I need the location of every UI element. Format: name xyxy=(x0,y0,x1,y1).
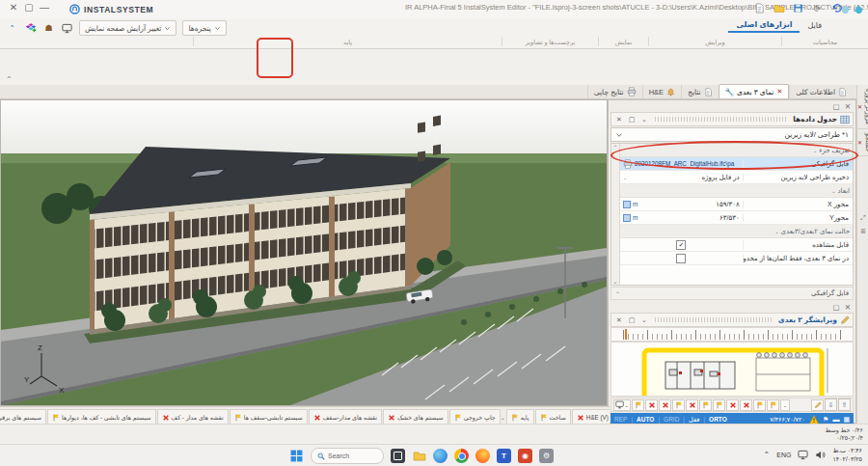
collapse-panel-icon[interactable]: ⌃ xyxy=(6,22,18,35)
toggle-x-5[interactable] xyxy=(740,399,752,411)
taskbar-clock[interactable]: ۰۴:۴۶ ب.ظ ۱۴۰۲/۰۳/۲۵ xyxy=(832,447,862,463)
status-rep[interactable]: REP xyxy=(614,416,627,423)
toggle-x-1[interactable] xyxy=(645,399,658,411)
vertical-tab-search[interactable]: جستجو ✕ xyxy=(857,129,868,156)
tab-dry-systems[interactable]: سیستم های خشک xyxy=(383,409,448,425)
view-mode-icon[interactable]: ⌄ xyxy=(613,399,631,411)
data-tables-titlebar[interactable]: جدول داده‌ها ⌄ ▢ ✕ xyxy=(610,112,854,126)
section-dimensions[interactable]: ابعاد⌄ xyxy=(620,184,853,198)
limit-3d-checkbox[interactable] xyxy=(676,254,686,263)
scroll-down-icon[interactable]: ⇩ xyxy=(825,398,837,411)
draw-mode-icon[interactable] xyxy=(811,399,824,411)
graphic-file-footer[interactable]: فایل گرافیکی ⌃ xyxy=(610,287,854,300)
flag-status-icon[interactable]: ⚑ xyxy=(823,416,828,424)
dock-close-icon[interactable]: ✕ xyxy=(842,102,854,111)
panel2-close-icon[interactable]: ✕ xyxy=(614,316,624,324)
tab-hne-v[interactable]: H&E (V) xyxy=(572,409,610,425)
chrome-icon[interactable] xyxy=(454,449,469,463)
close-search-tab-icon[interactable]: ✕ xyxy=(857,139,862,146)
toggle-x-2[interactable] xyxy=(659,399,671,411)
tab-circuit-plans-ceiling[interactable]: نقشه های مدار-سقف xyxy=(309,409,382,425)
expand-tool-icon[interactable]: ⤢ xyxy=(860,214,866,222)
tab-print-output[interactable]: چاپ خروجی xyxy=(449,409,501,425)
change-layout-button[interactable]: تغییر آرایش صفحه نمایش xyxy=(79,20,176,36)
layer-selector[interactable]: ۱* طراحی /لایه زیرین xyxy=(610,127,854,142)
row-axis-y[interactable]: محورY m۶۳/۵۳۰ xyxy=(620,211,853,225)
row-axis-x[interactable]: محور X m۱۵۹/۳۰۸ xyxy=(620,198,853,211)
save-layout-icon[interactable] xyxy=(61,22,73,35)
3d-model-icon[interactable] xyxy=(24,22,37,35)
scroll-up-icon[interactable]: ⇧ xyxy=(838,398,851,411)
panel-maximize-icon[interactable]: ▢ xyxy=(627,116,637,123)
tab-hne[interactable]: H&E xyxy=(642,85,681,98)
tab-construction[interactable]: ساخت xyxy=(535,409,571,425)
panel-close-icon[interactable]: ✕ xyxy=(614,116,624,123)
row-visible[interactable]: قابل مشاهده ✓ xyxy=(620,238,853,252)
panel2-pin-icon[interactable]: ⌄ xyxy=(639,316,649,324)
row-graphic-file[interactable]: فایل گرافیکی 20201208FM_ARC_DigitalHub.i… xyxy=(620,157,853,171)
tab-general-info[interactable]: اطلاعات کلی xyxy=(789,85,853,98)
section-view-mode[interactable]: حالت نمای ۲بعدی/۳بعدی⌄ xyxy=(620,225,853,238)
toggle-x-3[interactable] xyxy=(686,399,698,411)
toggles-caret-icon[interactable]: ⌄ xyxy=(780,399,790,411)
ribbon-collapse-icon[interactable]: ⌃ xyxy=(6,75,13,84)
tab-print-results[interactable]: نتایج چاپی xyxy=(587,85,642,98)
section-definition[interactable]: تعریف جزء⌄ xyxy=(620,144,853,157)
task-view-icon[interactable] xyxy=(391,449,405,463)
sync-icon[interactable]: ⟳ xyxy=(811,2,824,14)
warning-icon[interactable] xyxy=(809,415,819,425)
viewport-3d[interactable]: Z Y X xyxy=(0,99,608,406)
tray-chevron-icon[interactable]: ⌃ xyxy=(764,451,771,459)
row-limit-3d[interactable]: در نمای ۳ بعدی، فقط المان‌ها از محدود... xyxy=(620,252,853,265)
start-button[interactable] xyxy=(289,449,304,463)
toggle-flag-3[interactable] xyxy=(699,399,712,411)
network-icon[interactable] xyxy=(798,450,808,460)
tab-3d-view[interactable]: ✕ نمای ۳ بعدی 🔧 xyxy=(719,84,790,98)
tab-radiant-floors-walls[interactable]: سیستم های تابشی - کف ها، دیوارها xyxy=(47,409,156,425)
status-lock[interactable]: قفل xyxy=(689,416,699,424)
tab-overflow-icon[interactable]: ⌄ xyxy=(501,410,505,425)
new-file-icon[interactable] xyxy=(753,2,766,14)
toggle-flag-5[interactable] xyxy=(753,399,766,411)
tab-circuit-plans-floor[interactable]: نقشه های مدار - کف xyxy=(157,409,229,425)
grid-status-icon[interactable]: ▦ xyxy=(843,416,850,424)
row-save-underlay[interactable]: ذخیره طراحی لایه زیرین ⌄در فایل پروژه xyxy=(620,171,853,184)
table-scrollbar[interactable]: ⌃⌄ xyxy=(611,144,620,285)
toggle-flag-2[interactable] xyxy=(672,399,685,411)
vertical-tab-project-browser[interactable]: ▤ مرورگر پروژه ✕ xyxy=(857,85,868,129)
close-window-icon[interactable]: ✕ xyxy=(6,2,21,13)
tab-results[interactable]: نتایج xyxy=(681,85,719,98)
status-grid[interactable]: GRID xyxy=(664,416,679,423)
ruler-status-icon[interactable]: ▬ xyxy=(832,416,839,423)
theme-icon[interactable]: ☗ xyxy=(42,22,55,35)
taskbar-search[interactable]: Search xyxy=(311,448,384,464)
close-browser-tab-icon[interactable]: ✕ xyxy=(857,103,862,110)
windows-menu-button[interactable]: پنجره‌ها xyxy=(182,20,227,36)
tab-radiant-ceilings[interactable]: سیستم تابشی-سقف ها xyxy=(230,409,308,425)
firefox-icon[interactable] xyxy=(475,449,490,463)
drag-handle-2[interactable] xyxy=(655,317,773,322)
panel2-maximize-icon[interactable]: ▢ xyxy=(627,316,637,324)
toggle-flag-4[interactable] xyxy=(713,399,725,411)
dock2-maximize-icon[interactable]: ▢ xyxy=(830,303,842,312)
visible-checkbox[interactable]: ✓ xyxy=(676,240,686,250)
close-tab-icon[interactable]: ✕ xyxy=(776,88,782,96)
mail-app-icon[interactable]: ◉ xyxy=(518,449,532,463)
tab-electrical-systems[interactable]: سیستم های برقی xyxy=(0,409,46,425)
minimize-window-icon[interactable]: — xyxy=(37,2,52,13)
menu-tab-file[interactable]: فایل xyxy=(800,19,829,32)
list-tool-icon[interactable]: ≣ xyxy=(860,228,866,235)
editor-2d-titlebar[interactable]: ویرایشگر ۲ بعدی ⌄ ▢ ✕ xyxy=(610,313,854,327)
edge-icon[interactable] xyxy=(433,449,448,463)
panel-pin-icon[interactable]: ⌄ xyxy=(639,116,649,123)
menu-tab-main-tools[interactable]: ابزارهای اصلی xyxy=(728,18,800,33)
dock2-close-icon[interactable]: ✕ xyxy=(842,303,854,312)
language-indicator[interactable]: ENG xyxy=(776,452,791,458)
toggle-flag-6[interactable] xyxy=(767,399,779,411)
teams-icon[interactable]: T xyxy=(497,449,511,463)
file-explorer-icon[interactable] xyxy=(412,449,426,463)
settings-app-icon[interactable]: ⚙ xyxy=(539,449,554,463)
status-auto[interactable]: AUTO xyxy=(637,416,654,423)
save-icon[interactable] xyxy=(792,2,804,14)
maximize-window-icon[interactable]: ▢ xyxy=(21,2,37,13)
